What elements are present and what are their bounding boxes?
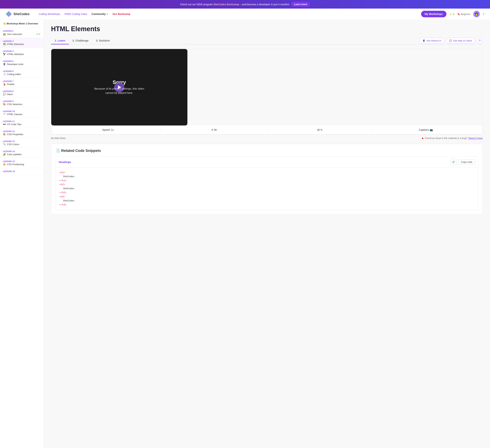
- sidebar-item-lesson8[interactable]: LESSON 8 💬 Slack: [0, 88, 44, 98]
- sidebar-item-lesson9[interactable]: LESSON 9 🎨 CSS Selectors: [0, 98, 44, 108]
- sidebar-item-lesson3[interactable]: LESSON 3 🌿 HTML Elements: [0, 38, 44, 48]
- lesson-emoji-5: 🔮: [3, 63, 6, 66]
- sidebar-item-lesson12[interactable]: LESSON 12 🎨 CSS Properties: [0, 128, 44, 138]
- nav-free-class[interactable]: FREE Coding Class: [65, 13, 87, 16]
- lesson-title-14: 🌈 Color palettes: [3, 153, 41, 156]
- lesson-number-12: LESSON 12: [3, 130, 41, 132]
- my-workshops-btn[interactable]: My Workshops: [421, 11, 446, 17]
- sidebar-item-lesson5[interactable]: LESSON 5 🔮 Developer tools: [0, 58, 44, 68]
- code-line-8: SheCodes: [59, 199, 474, 203]
- nav-coding-workshops[interactable]: Coding Workshops: [39, 13, 60, 16]
- tab-solution[interactable]: 3. Solution: [92, 37, 114, 44]
- lesson-emoji-13: 🔍: [3, 143, 6, 146]
- sidebar: 👋 Workshop Week 1 Overview LESSON 2 🏫 Yo…: [0, 20, 44, 448]
- content-area: HTML Elements 1. Learn 2. Challenge 3. S…: [44, 20, 490, 448]
- lesson-emoji-14: 🌈: [3, 153, 6, 156]
- lesson-number-9: LESSON 9: [3, 100, 41, 102]
- sidebar-item-lesson14[interactable]: LESSON 14 🌈 Color palettes: [0, 148, 44, 158]
- banner-learn-btn[interactable]: Learn more: [291, 2, 310, 7]
- report-text: Found an issue in the material or a bug?: [425, 137, 467, 139]
- report-link[interactable]: Report it here: [468, 137, 483, 139]
- logo[interactable]: SheCodes: [5, 11, 30, 17]
- video-error: Sorry Because of its privacy settings, t…: [87, 65, 152, 110]
- lesson-emoji-9: 🎨: [3, 103, 6, 106]
- sidebar-workshop-title[interactable]: 👋 Workshop Week 1 Overview: [0, 20, 44, 28]
- lightning-btn[interactable]: ⚡ 0: [449, 13, 454, 16]
- snippet-card-headings: Headings 🔗 Copy code <h1> SheCodes </h1>…: [56, 156, 478, 210]
- lesson-title-7: 💃 Prettier: [3, 83, 41, 85]
- lightning-count: 0: [453, 13, 454, 16]
- avatar-chevron-icon: ▼: [483, 13, 485, 15]
- snippets-section: 🗒️ Related Code Snippets Headings 🔗 Copy…: [51, 144, 483, 215]
- snippet-actions: 🔗 Copy code: [450, 159, 475, 165]
- lesson-number-8: LESSON 8: [3, 90, 41, 92]
- sidebar-item-lesson6[interactable]: LESSON 6 🗒️ Coding editor: [0, 68, 44, 78]
- code-line-7: <h3>: [59, 195, 474, 199]
- lesson-number-16: LESSON 16: [3, 170, 41, 172]
- captions-control[interactable]: Captions 📺: [373, 128, 479, 132]
- ask-athena-btn[interactable]: 🔮 Ask Athena AI: [419, 38, 444, 44]
- navbar: SheCodes Coding Workshops FREE Coding Cl…: [0, 8, 490, 20]
- avatar[interactable]: 👩: [473, 11, 480, 17]
- lesson-number-15: LESSON 15: [3, 160, 41, 162]
- report-issue: ▶ Found an issue in the material or a bu…: [422, 137, 483, 139]
- arrow-icon: ▶: [422, 137, 424, 139]
- nav-right: My Workshops ⚡ 0 🔖 Beginner 👩 ▼: [421, 11, 485, 17]
- lightning-icon: ⚡: [449, 13, 452, 16]
- lesson-emoji-8: 💬: [3, 93, 6, 96]
- lesson-title-10: 🎌 HTML Classes: [3, 113, 41, 116]
- sidebar-item-lesson11[interactable]: LESSON 11 🕶️ VS Code Tips: [0, 118, 44, 128]
- nav-community[interactable]: Community ▼: [92, 13, 108, 16]
- sidebar-item-lesson2[interactable]: LESSON 2 🏫 Your instructor ✔✔: [0, 28, 44, 38]
- logo-text: SheCodes: [14, 12, 30, 16]
- lesson-title-9: 🎨 CSS Selectors: [3, 103, 41, 106]
- lesson-title-13: 🔍 CSS Colors: [3, 143, 41, 146]
- get-help-slack-btn[interactable]: 💬 Get help on Slack: [446, 38, 475, 44]
- snippets-title: 🗒️ Related Code Snippets: [56, 148, 478, 153]
- lesson-emoji-4: 🦅: [3, 53, 6, 56]
- snippet-headings-link[interactable]: Headings: [59, 161, 71, 164]
- tabs-row: 1. Learn 2. Challenge 3. Solution 🔮 Ask …: [51, 37, 483, 44]
- logo-icon: [5, 11, 12, 17]
- lesson-emoji-2: 🏫: [3, 33, 6, 35]
- top-banner: Check out our NEW program SheCodes Bootc…: [0, 0, 490, 8]
- sidebar-item-lesson13[interactable]: LESSON 13 🔍 CSS Colors: [0, 138, 44, 148]
- help-question-btn[interactable]: ?: [477, 38, 483, 43]
- sidebar-item-lesson15[interactable]: LESSON 15 🔥 CSS Positioning: [0, 158, 44, 168]
- snippet-link-btn[interactable]: 🔗: [450, 159, 457, 165]
- sidebar-item-lesson4[interactable]: LESSON 4 🦅 HTML Attributes: [0, 48, 44, 58]
- lesson-title-6: 🗒️ Coding editor: [3, 73, 41, 76]
- speed-control[interactable]: Speed: 1x: [55, 128, 161, 132]
- code-line-9: </h3>: [59, 203, 474, 207]
- level-badge: 🔖 Beginner: [457, 13, 470, 16]
- video-attribution: By Matt Delac ▶ Found an issue in the ma…: [51, 137, 483, 139]
- lesson-title-15: 🔥 CSS Positioning: [3, 163, 41, 166]
- lesson-emoji-12: 🎨: [3, 133, 6, 136]
- lesson-emoji-7: 💃: [3, 83, 6, 85]
- lesson-title-11: 🕶️ VS Code Tips: [3, 123, 41, 126]
- nav-links: Coding Workshops FREE Coding Class Commu…: [39, 13, 415, 16]
- lesson-number-11: LESSON 11: [3, 120, 41, 122]
- lesson-number-6: LESSON 6: [3, 70, 41, 72]
- tab-learn[interactable]: 1. Learn: [51, 37, 69, 44]
- forward-control[interactable]: 30 ↻: [267, 128, 373, 132]
- rewind-control[interactable]: ↺ 30: [161, 128, 267, 132]
- sidebar-item-lesson7[interactable]: LESSON 7 💃 Prettier: [0, 78, 44, 88]
- tab-challenge[interactable]: 2. Challenge: [69, 37, 92, 44]
- sidebar-item-lesson16[interactable]: LESSON 16: [0, 168, 44, 175]
- author-text: By Matt Delac: [51, 137, 66, 139]
- check-icon-2: ✔✔: [36, 33, 41, 35]
- banner-text: Check out our NEW program SheCodes Bootc…: [180, 3, 289, 6]
- sidebar-item-lesson10[interactable]: LESSON 10 🎌 HTML Classes: [0, 108, 44, 118]
- lesson-title-5: 🔮 Developer tools: [3, 63, 41, 66]
- nav-bootcamp[interactable]: Our Bootcamp: [113, 13, 130, 16]
- link-icon: 🔗: [452, 161, 455, 163]
- lesson-title-2: 🏫 Your instructor ✔✔: [3, 33, 41, 35]
- video-wrapper: Sorry Because of its privacy settings, t…: [51, 49, 483, 135]
- banner-highlight: SheCodes Bootcamp: [213, 3, 239, 6]
- video-controls: Speed: 1x ↺ 30 30 ↻ Captions 📺: [51, 126, 482, 135]
- copy-code-btn[interactable]: Copy code: [458, 159, 475, 165]
- lesson-number-4: LESSON 4: [3, 50, 41, 52]
- snippet-header: Headings 🔗 Copy code: [56, 157, 478, 168]
- code-line-3: </h1>: [59, 179, 474, 183]
